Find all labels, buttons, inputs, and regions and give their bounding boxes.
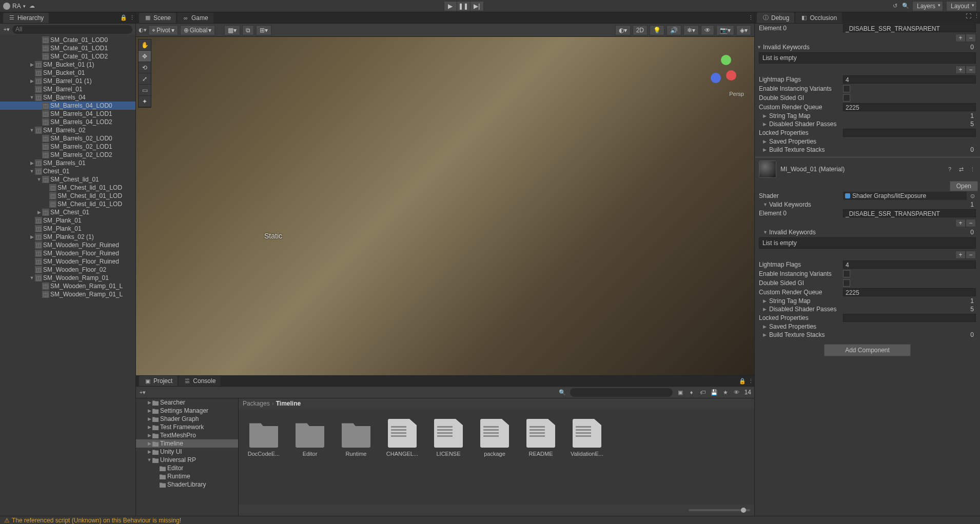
hierarchy-item[interactable]: SM_Crate_01_LOD0 [0,36,135,44]
camera-toggle[interactable]: 📷▾ [716,25,734,35]
hierarchy-item[interactable]: SM_Crate_01_LOD2 [0,52,135,61]
project-tree-item[interactable]: ▶Unity UI [136,448,238,456]
hierarchy-item[interactable]: SM_Bucket_01 [0,69,135,77]
saved-props-label[interactable]: Saved Properties [769,323,816,330]
hierarchy-item[interactable]: ▶SM_Barrels_01 [0,159,135,167]
hierarchy-item[interactable]: SM_Wooden_Floor_Ruined [0,249,135,257]
open-button[interactable]: Open [950,181,978,191]
remove-button[interactable]: − [966,219,976,227]
invalid-keywords-label[interactable]: Invalid Keywords [769,229,816,236]
scene-viewport[interactable]: ✋ ✥ ⟲ ⤢ ▭ ✦ Static Persp [136,37,754,375]
scale-tool[interactable]: ⤢ [139,73,151,85]
project-tree-item[interactable]: ▶Test Framework [136,423,238,431]
hierarchy-item[interactable]: SM_Plank_01 [0,225,135,233]
saved-props-label[interactable]: Saved Properties [769,138,816,145]
remove-button[interactable]: − [966,251,976,259]
project-tree-item[interactable]: ▼Universal RP [136,456,238,464]
hierarchy-item[interactable]: ▶SM_Barrel_01 (1) [0,77,135,85]
breadcrumb-current[interactable]: Timeline [276,400,301,407]
locked-props-value[interactable] [843,129,976,137]
filter-icon[interactable]: ▣ [677,389,684,396]
hierarchy-item[interactable]: SM_Barrels_04_LOD0 [0,102,135,110]
hierarchy-item[interactable]: ▼SM_Wooden_Ramp_01 [0,274,135,282]
material-preview-icon[interactable] [759,160,776,178]
custom-queue-value[interactable]: 2225 [843,103,976,111]
locked-props-value[interactable] [843,314,976,322]
hierarchy-item[interactable]: SM_Crate_01_LOD1 [0,44,135,52]
move-tool[interactable]: ✥ [139,51,151,62]
project-grid-item[interactable]: Editor [292,419,328,457]
axis-y-icon[interactable] [721,55,731,65]
tab-debug[interactable]: ⓘDebug [757,12,794,23]
enable-instancing-checkbox[interactable] [843,270,850,277]
menu-icon[interactable]: ⋮ [969,166,976,173]
project-grid-item[interactable]: CHANGEL... [384,419,420,457]
view-icon[interactable]: ◐▾ [139,27,146,34]
foldout-caret-icon[interactable]: ▶ [763,332,769,337]
save-icon[interactable]: 💾 [711,389,718,396]
hierarchy-item[interactable]: SM_Chest_lid_01_LOD [0,192,135,200]
hierarchy-item[interactable]: SM_Wooden_Ramp_01_L [0,282,135,290]
shader-field[interactable]: Shader Graphs/litExposure [843,192,967,200]
add-component-button[interactable]: Add Component [824,344,911,356]
preset-icon[interactable]: ⇄ [957,166,965,173]
foldout-caret-icon[interactable]: ▶ [763,139,769,144]
layers-dropdown[interactable]: Layers [912,1,943,11]
hierarchy-item[interactable]: SM_Barrels_04_LOD1 [0,110,135,118]
foldout-caret-icon[interactable]: ▶ [763,307,769,312]
undo-history-icon[interactable]: ↺ [892,3,899,10]
cloud-icon[interactable]: ☁ [29,3,36,10]
shading-toggle[interactable]: ◐▾ [615,25,631,35]
hierarchy-item[interactable]: SM_Wooden_Floor_02 [0,266,135,274]
remove-button[interactable]: − [966,34,976,42]
project-tree-item[interactable]: ShaderLibrary [136,480,238,489]
foldout-caret-icon[interactable]: ▶ [763,122,769,127]
double-gi-checkbox[interactable] [843,94,850,102]
add-icon[interactable]: +▾ [139,389,146,396]
label-icon[interactable]: 🏷 [699,389,707,396]
project-grid-item[interactable]: LICENSE [430,419,466,457]
account-menu[interactable]: RA ▾ [3,3,26,10]
pivot-toggle[interactable]: ⌖Pivot▾ [148,25,178,35]
tab-scene[interactable]: ▦Scene [139,13,176,23]
axis-x-icon[interactable] [726,70,736,80]
hierarchy-item[interactable]: SM_Wooden_Floor_Ruined [0,257,135,266]
tab-project[interactable]: ▣Project [139,376,178,386]
add-button[interactable]: + [955,34,966,42]
valid-keywords-label[interactable]: Valid Keywords [769,201,811,208]
search-icon[interactable]: 🔍 [902,3,909,10]
remove-button[interactable]: − [966,66,976,74]
foldout-caret-icon[interactable]: ▼ [763,202,769,207]
foldout-caret-icon[interactable]: ▼ [757,45,763,50]
add-button[interactable]: + [955,66,966,74]
picker-icon[interactable]: ⊙ [969,192,976,199]
hierarchy-item[interactable]: SM_Barrels_04_LOD2 [0,118,135,126]
foldout-caret-icon[interactable]: ▶ [763,147,769,152]
hierarchy-item[interactable]: SM_Barrel_01 [0,85,135,93]
hierarchy-item[interactable]: SM_Wooden_Floor_Ruined [0,241,135,249]
orientation-gizmo[interactable] [708,52,744,88]
hierarchy-item[interactable]: ▶SM_Chest_01 [0,208,135,216]
custom-queue-value[interactable]: 2225 [843,288,976,296]
project-tree-item[interactable]: ▶Searcher [136,398,238,407]
hierarchy-item[interactable]: SM_Barrels_02_LOD1 [0,143,135,151]
hierarchy-item[interactable]: ▶SM_Planks_02 (1) [0,233,135,241]
fx-toggle[interactable]: ❄▾ [683,25,699,35]
hierarchy-item[interactable]: ▼SM_Chest_lid_01 [0,175,135,184]
add-button[interactable]: + [955,251,966,259]
project-tree-item[interactable]: ▶Settings Manager [136,407,238,415]
build-tex-label[interactable]: Build Texture Stacks [769,331,825,338]
project-tree-item[interactable]: ▶TextMeshPro [136,431,238,439]
enable-instancing-checkbox[interactable] [843,85,850,92]
lighting-toggle[interactable]: 💡 [650,25,664,35]
gizmos-toggle[interactable]: ◈▾ [736,25,751,35]
hierarchy-item[interactable]: SM_Chest_lid_01_LOD [0,184,135,192]
project-grid-item[interactable]: package [477,419,513,457]
element0-value[interactable]: _DISABLE_SSR_TRANSPARENT [843,24,976,32]
hierarchy-search-input[interactable] [12,25,132,34]
step-button[interactable]: ▶| [471,1,484,11]
axis-z-icon[interactable] [711,73,721,83]
expand-icon[interactable]: ⛶ [965,12,972,19]
thumbnail-size-slider[interactable] [689,509,750,511]
project-search-input[interactable] [570,388,673,397]
